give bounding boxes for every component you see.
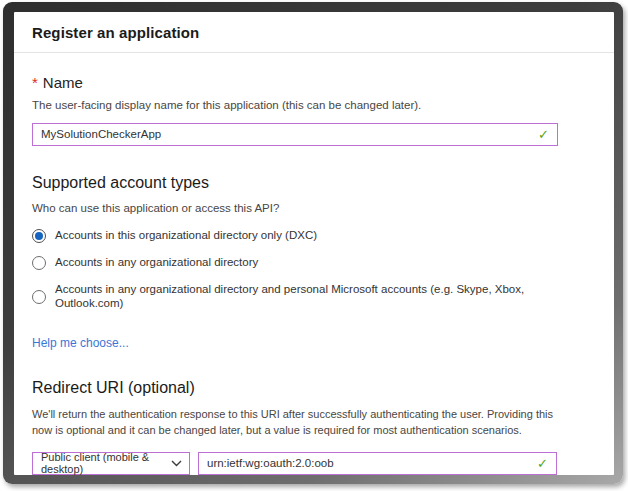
radio-option-this-directory-only[interactable]: Accounts in this organizational director…	[32, 229, 558, 243]
radio-option-label: Accounts in any organizational directory…	[55, 283, 558, 311]
account-types-heading: Supported account types	[32, 174, 558, 192]
checkmark-icon: ✓	[537, 457, 548, 470]
redirect-uri-input[interactable]: urn:ietf:wg:oauth:2.0:oob ✓	[198, 452, 557, 475]
help-me-choose-link[interactable]: Help me choose...	[32, 336, 129, 350]
radio-unselected-icon	[32, 290, 46, 304]
redirect-uri-heading: Redirect URI (optional)	[32, 379, 558, 397]
radio-option-any-directory-and-personal[interactable]: Accounts in any organizational directory…	[32, 283, 558, 311]
redirect-platform-select[interactable]: Public client (mobile & desktop)	[32, 452, 190, 475]
window-frame: Register an application *Name The user-f…	[3, 2, 623, 484]
redirect-uri-input-value: urn:ietf:wg:oauth:2.0:oob	[207, 457, 531, 469]
redirect-uri-description: We'll return the authentication response…	[32, 406, 572, 439]
name-input[interactable]: MySolutionCheckerApp ✓	[32, 123, 558, 146]
checkmark-icon: ✓	[538, 128, 549, 141]
name-input-value: MySolutionCheckerApp	[41, 128, 532, 140]
name-label-text: Name	[43, 74, 83, 91]
form-content: *Name The user-facing display name for t…	[14, 53, 614, 475]
name-field-label: *Name	[32, 74, 558, 91]
radio-option-label: Accounts in any organizational directory	[55, 256, 258, 270]
redirect-platform-select-value: Public client (mobile & desktop)	[41, 451, 165, 475]
screenshot-canvas: Register an application *Name The user-f…	[0, 0, 628, 491]
page-title: Register an application	[32, 24, 596, 41]
required-asterisk: *	[32, 74, 38, 91]
register-application-panel: Register an application *Name The user-f…	[14, 12, 614, 475]
radio-selected-icon	[32, 229, 46, 243]
radio-option-label: Accounts in this organizational director…	[55, 229, 317, 243]
panel-header: Register an application	[14, 12, 614, 53]
radio-unselected-icon	[32, 256, 46, 270]
radio-option-any-directory[interactable]: Accounts in any organizational directory	[32, 256, 558, 270]
chevron-down-icon	[171, 460, 182, 467]
name-helper-text: The user-facing display name for this ap…	[32, 98, 558, 114]
redirect-uri-controls: Public client (mobile & desktop) urn:iet…	[32, 452, 558, 475]
account-types-question: Who can use this application or access t…	[32, 201, 558, 217]
radio-dot	[35, 232, 43, 240]
